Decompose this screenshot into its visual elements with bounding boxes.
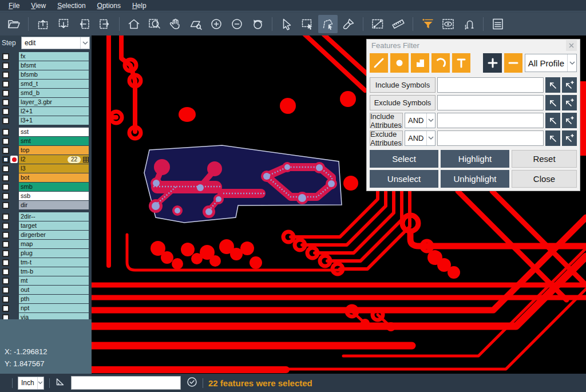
- pick-add-from-canvas-icon[interactable]: [562, 130, 577, 146]
- layer-checkbox[interactable]: [2, 165, 9, 172]
- text-feature-icon[interactable]: [452, 53, 470, 73]
- layer-checkbox[interactable]: [2, 268, 9, 275]
- select-rectangle-icon[interactable]: [298, 15, 317, 33]
- unhighlight-button[interactable]: Unhighlight: [441, 170, 509, 188]
- layer-row-active[interactable]: l2 22: [1, 155, 90, 164]
- layer-row[interactable]: mt: [1, 276, 90, 285]
- layer-checkbox[interactable]: [2, 147, 9, 154]
- layer-row[interactable]: dir: [1, 201, 90, 209]
- unit-select[interactable]: Inch: [18, 377, 44, 390]
- close-icon[interactable]: [566, 40, 577, 51]
- layer-row[interactable]: fx: [1, 52, 90, 61]
- menu-selection[interactable]: Selection: [52, 1, 90, 10]
- menu-view[interactable]: View: [26, 1, 51, 10]
- layer-checkbox[interactable]: [2, 232, 9, 239]
- layer-checkbox[interactable]: [2, 278, 9, 284]
- layer-checkbox[interactable]: [2, 108, 9, 115]
- surface-feature-icon[interactable]: [411, 53, 429, 73]
- layer-checkbox[interactable]: [2, 53, 9, 60]
- layer-row[interactable]: bot: [1, 173, 90, 182]
- layer-checkbox[interactable]: [2, 184, 9, 191]
- positive-polarity-icon[interactable]: [483, 53, 501, 73]
- layer-checkbox[interactable]: [2, 305, 9, 312]
- layer-checkbox[interactable]: [2, 175, 9, 181]
- layer-row[interactable]: bfsmt: [1, 61, 90, 70]
- include-attributes-logic-select[interactable]: AND: [405, 113, 435, 128]
- line-feature-icon[interactable]: [370, 53, 388, 73]
- snap-icon[interactable]: [459, 15, 478, 33]
- layer-checkbox[interactable]: [2, 259, 9, 266]
- layer-row[interactable]: ssb: [1, 192, 90, 200]
- zoom-previous-icon[interactable]: [248, 15, 267, 33]
- layer-row[interactable]: smd_t: [1, 80, 90, 88]
- zoom-area-icon[interactable]: [186, 15, 205, 33]
- layer-row[interactable]: map: [1, 240, 90, 248]
- layer-checkbox[interactable]: [2, 72, 9, 78]
- pick-from-canvas-icon[interactable]: [545, 95, 560, 110]
- layer-checkbox[interactable]: [2, 62, 9, 69]
- open-folder-icon[interactable]: [4, 15, 23, 33]
- zoom-window-icon[interactable]: [145, 15, 164, 33]
- command-input[interactable]: [71, 376, 181, 390]
- features-filter-icon[interactable]: [418, 15, 437, 33]
- pick-add-from-canvas-icon[interactable]: [562, 95, 577, 110]
- arc-feature-icon[interactable]: [431, 53, 450, 73]
- layer-row[interactable]: l3+1: [1, 116, 90, 125]
- include-symbols-button[interactable]: Include Symbols: [370, 77, 435, 93]
- layer-checkbox[interactable]: [2, 202, 9, 209]
- layer-row[interactable]: plug: [1, 249, 90, 258]
- include-attributes-button[interactable]: Include Attributes: [370, 113, 403, 128]
- layer-row[interactable]: dirgerber: [1, 231, 90, 239]
- pick-from-canvas-icon[interactable]: [545, 130, 560, 146]
- zoom-in-icon[interactable]: [207, 15, 226, 33]
- pick-from-canvas-icon[interactable]: [545, 113, 560, 128]
- layer-checkbox[interactable]: [2, 296, 9, 303]
- select-button[interactable]: Select: [370, 150, 438, 168]
- layer-row[interactable]: pth: [1, 295, 90, 303]
- pick-add-from-canvas-icon[interactable]: [562, 77, 577, 93]
- pan-hand-icon[interactable]: [165, 15, 185, 33]
- select-polygon-icon[interactable]: [318, 15, 338, 33]
- home-view-icon[interactable]: [124, 15, 144, 33]
- exclude-attributes-input[interactable]: [437, 130, 544, 146]
- layers-panel-icon[interactable]: [488, 15, 508, 33]
- layer-row[interactable]: l2+1: [1, 107, 90, 116]
- pick-add-from-canvas-icon[interactable]: [562, 113, 577, 128]
- layer-checkbox[interactable]: [2, 117, 9, 124]
- layer-checkbox[interactable]: [2, 129, 9, 136]
- unselect-button[interactable]: Unselect: [370, 170, 438, 188]
- shift-view-up-icon[interactable]: [33, 15, 53, 33]
- clear-brush-icon[interactable]: [339, 15, 358, 33]
- exclude-attributes-logic-select[interactable]: AND: [405, 130, 435, 146]
- dialog-title-bar[interactable]: Features Filter: [370, 39, 577, 52]
- menu-help[interactable]: Help: [127, 1, 152, 10]
- reset-button[interactable]: Reset: [512, 150, 577, 168]
- layer-checkbox[interactable]: [2, 81, 9, 88]
- include-symbols-input[interactable]: [437, 77, 544, 93]
- layer-checkbox[interactable]: [2, 90, 9, 97]
- layer-row[interactable]: layer_3.gbr: [1, 98, 90, 106]
- layer-checkbox[interactable]: [2, 250, 9, 257]
- layer-checkbox[interactable]: [2, 156, 9, 163]
- pick-from-canvas-icon[interactable]: [545, 77, 560, 93]
- highlight-button[interactable]: Highlight: [441, 150, 509, 168]
- layer-row[interactable]: sst: [1, 128, 90, 136]
- include-attributes-input[interactable]: [437, 113, 544, 128]
- exclude-attributes-button[interactable]: Exclude Attributes: [370, 130, 403, 146]
- negative-polarity-icon[interactable]: [504, 53, 522, 73]
- layer-row[interactable]: tm-b: [1, 267, 90, 276]
- layer-row[interactable]: smt: [1, 137, 90, 145]
- layer-row[interactable]: l3: [1, 164, 90, 173]
- layer-row[interactable]: target: [1, 221, 90, 230]
- profile-select[interactable]: All Profile: [525, 54, 577, 72]
- shift-view-right-icon[interactable]: [95, 15, 114, 33]
- layer-row[interactable]: tm-t: [1, 258, 90, 267]
- menu-options[interactable]: Options: [92, 1, 126, 10]
- close-button[interactable]: Close: [512, 170, 577, 188]
- layer-row[interactable]: smb: [1, 183, 90, 191]
- layer-checkbox[interactable]: [2, 287, 9, 294]
- exclude-symbols-input[interactable]: [437, 95, 544, 110]
- layer-row[interactable]: smd_b: [1, 89, 90, 97]
- layer-row[interactable]: bfsmb: [1, 70, 90, 79]
- view-options-icon[interactable]: [438, 15, 458, 33]
